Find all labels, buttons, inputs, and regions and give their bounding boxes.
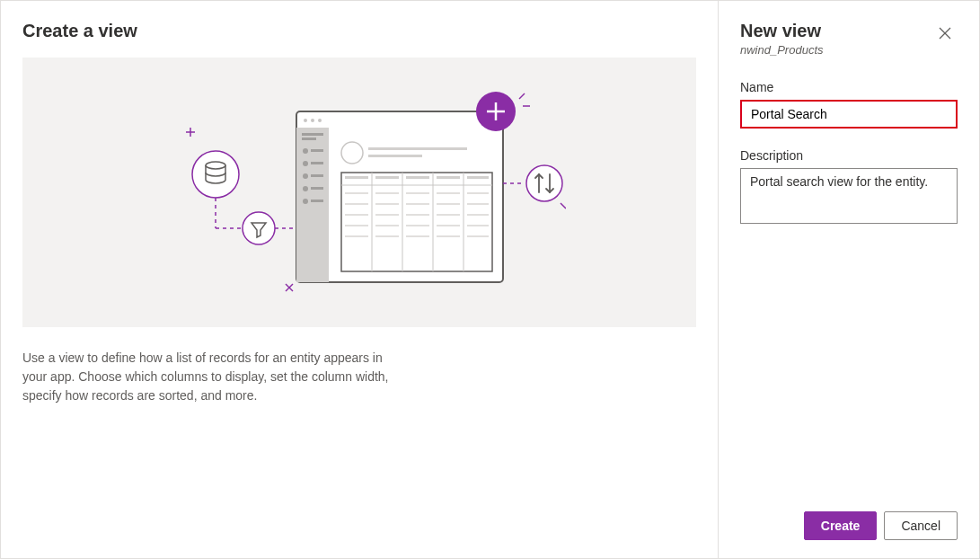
svg-point-23: [303, 199, 308, 204]
svg-rect-14: [302, 138, 316, 140]
svg-point-9: [304, 119, 307, 122]
form-header: New view nwind_Products: [740, 21, 958, 80]
cancel-button[interactable]: Cancel: [884, 511, 958, 540]
svg-rect-26: [368, 147, 467, 150]
svg-rect-44: [345, 203, 368, 205]
svg-rect-62: [437, 235, 460, 237]
svg-rect-22: [311, 187, 323, 190]
help-text: Use a view to define how a list of recor…: [22, 349, 409, 405]
close-icon: [939, 27, 951, 40]
svg-point-2: [192, 151, 239, 198]
svg-rect-38: [467, 176, 489, 179]
svg-rect-56: [406, 225, 429, 226]
svg-rect-54: [345, 225, 368, 226]
description-label: Description: [740, 148, 958, 163]
svg-point-10: [311, 119, 314, 122]
dialog-footer: Create Cancel: [804, 511, 958, 540]
svg-rect-48: [467, 203, 489, 205]
create-view-dialog: Create a view: [0, 0, 980, 559]
svg-rect-16: [311, 149, 323, 152]
svg-rect-63: [467, 235, 489, 237]
form-pane: New view nwind_Products Name Description…: [719, 1, 979, 558]
page-title: Create a view: [22, 21, 696, 41]
svg-rect-59: [345, 235, 368, 237]
view-illustration-svg: [153, 84, 566, 300]
entity-subtitle: nwind_Products: [740, 43, 824, 57]
illustration: [22, 58, 696, 327]
svg-rect-28: [341, 173, 492, 271]
svg-point-17: [303, 161, 308, 166]
svg-rect-60: [375, 235, 399, 237]
svg-rect-57: [437, 225, 460, 226]
svg-point-70: [526, 165, 562, 201]
svg-rect-41: [406, 192, 429, 194]
svg-line-67: [519, 93, 525, 99]
svg-point-6: [243, 212, 275, 244]
close-button[interactable]: [932, 21, 958, 46]
svg-rect-18: [311, 162, 323, 164]
name-input[interactable]: [740, 100, 958, 129]
svg-rect-24: [311, 200, 323, 202]
svg-rect-37: [437, 176, 460, 179]
svg-point-11: [318, 119, 322, 122]
svg-rect-42: [437, 192, 460, 194]
svg-rect-58: [467, 225, 489, 226]
svg-rect-40: [375, 192, 399, 194]
create-button[interactable]: Create: [804, 511, 878, 540]
svg-rect-45: [375, 203, 399, 205]
svg-rect-27: [368, 155, 422, 157]
svg-rect-49: [345, 214, 368, 216]
info-pane: Create a view: [1, 1, 719, 558]
svg-rect-34: [345, 176, 368, 179]
svg-rect-35: [375, 176, 399, 179]
svg-point-19: [303, 173, 308, 179]
panel-title: New view: [740, 21, 824, 41]
svg-rect-43: [467, 192, 489, 194]
svg-rect-47: [437, 203, 460, 205]
description-input[interactable]: [740, 168, 958, 224]
svg-rect-55: [375, 225, 399, 226]
svg-rect-53: [467, 214, 489, 216]
svg-rect-13: [302, 133, 323, 136]
svg-rect-50: [375, 214, 399, 216]
svg-rect-61: [406, 235, 429, 237]
name-label: Name: [740, 80, 958, 94]
svg-rect-36: [406, 176, 429, 179]
svg-line-73: [561, 203, 566, 209]
svg-rect-46: [406, 203, 429, 205]
svg-point-15: [303, 148, 308, 154]
svg-rect-20: [311, 174, 323, 177]
svg-rect-39: [345, 192, 368, 194]
svg-rect-52: [437, 214, 460, 216]
svg-rect-51: [406, 214, 429, 216]
svg-point-21: [303, 186, 308, 191]
